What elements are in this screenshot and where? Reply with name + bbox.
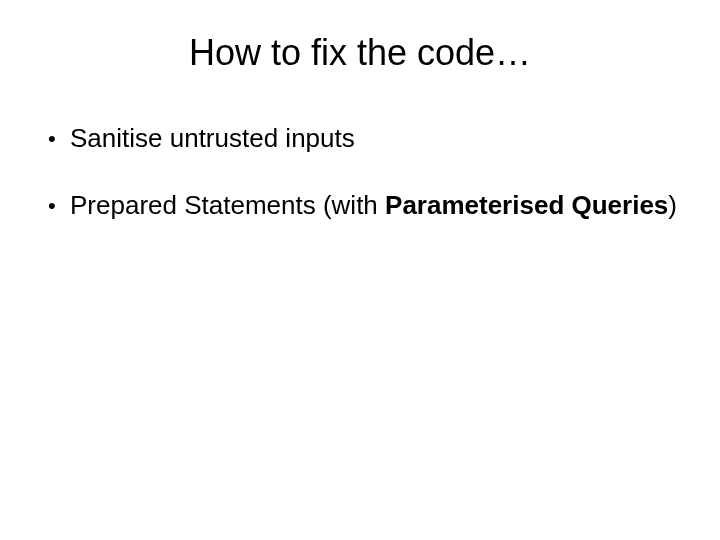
slide-body: • Sanitise untrusted inputs • Prepared S… xyxy=(40,122,680,222)
bullet-icon: • xyxy=(48,122,70,155)
bullet-list: • Sanitise untrusted inputs • Prepared S… xyxy=(48,122,680,222)
bullet-icon: • xyxy=(48,189,70,222)
bullet-text-suffix: ) xyxy=(668,190,677,220)
list-item: • Prepared Statements (with Parameterise… xyxy=(48,189,680,222)
bullet-text: Prepared Statements (with Parameterised … xyxy=(70,189,680,222)
slide: How to fix the code… • Sanitise untruste… xyxy=(0,0,720,540)
list-item: • Sanitise untrusted inputs xyxy=(48,122,680,155)
slide-title: How to fix the code… xyxy=(40,32,680,74)
bullet-text-prefix: Prepared Statements (with xyxy=(70,190,385,220)
bullet-text: Sanitise untrusted inputs xyxy=(70,122,680,155)
bullet-text-bold: Parameterised Queries xyxy=(385,190,668,220)
